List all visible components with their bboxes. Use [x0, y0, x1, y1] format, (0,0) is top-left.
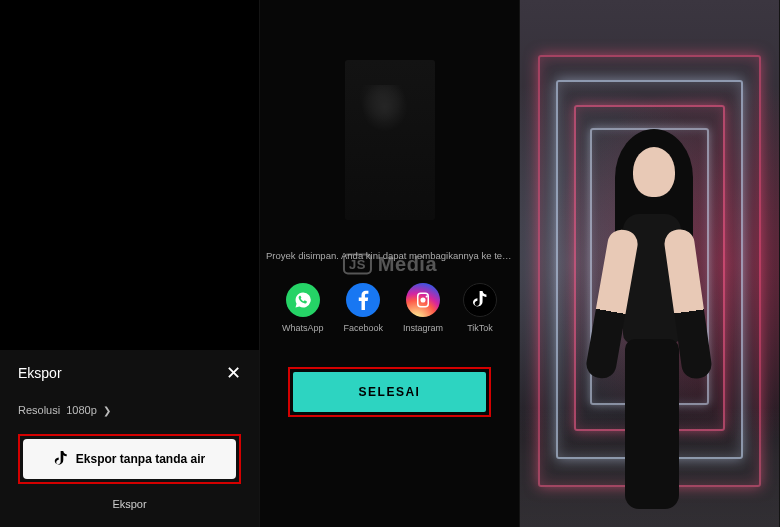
- export-button-label: Ekspor tanpa tanda air: [76, 452, 205, 466]
- export-without-watermark-button[interactable]: Ekspor tanpa tanda air: [23, 439, 236, 479]
- share-label: TikTok: [467, 323, 493, 333]
- share-tiktok[interactable]: TikTok: [463, 283, 497, 333]
- export-sheet: Ekspor ✕ Resolusi 1080p ❯ Ekspor tanpa t…: [0, 350, 259, 527]
- instagram-icon: [406, 283, 440, 317]
- subject-figure: [585, 89, 715, 509]
- facebook-icon: [346, 283, 380, 317]
- share-instagram[interactable]: Instagram: [403, 283, 443, 333]
- done-button-highlight: SELESAI: [288, 367, 491, 417]
- export-sheet-title: Ekspor: [18, 365, 62, 381]
- share-screen: Proyek disimpan. Anda kini dapat membagi…: [260, 0, 520, 527]
- whatsapp-icon: [286, 283, 320, 317]
- resolution-value: 1080p: [66, 404, 97, 416]
- editor-canvas-placeholder: [0, 0, 259, 350]
- share-facebook[interactable]: Facebook: [343, 283, 383, 333]
- resolution-label: Resolusi: [18, 404, 60, 416]
- project-thumbnail: [345, 60, 435, 220]
- done-button-container: SELESAI: [260, 367, 519, 417]
- close-icon[interactable]: ✕: [226, 364, 241, 382]
- share-whatsapp[interactable]: WhatsApp: [282, 283, 324, 333]
- share-label: WhatsApp: [282, 323, 324, 333]
- tiktok-icon: [463, 283, 497, 317]
- share-label: Instagram: [403, 323, 443, 333]
- done-button[interactable]: SELESAI: [293, 372, 486, 412]
- share-row: WhatsApp Facebook Instagram TikTok: [260, 283, 519, 333]
- share-label: Facebook: [343, 323, 383, 333]
- export-secondary-label[interactable]: Ekspor: [18, 498, 241, 510]
- thumbnail-silhouette: [360, 85, 415, 205]
- saved-status-text: Proyek disimpan. Anda kini dapat membagi…: [260, 250, 519, 261]
- export-sheet-screen: Ekspor ✕ Resolusi 1080p ❯ Ekspor tanpa t…: [0, 0, 260, 527]
- chevron-right-icon: ❯: [103, 405, 111, 416]
- done-button-label: SELESAI: [359, 385, 421, 399]
- export-button-highlight: Ekspor tanpa tanda air: [18, 434, 241, 484]
- resolution-row[interactable]: Resolusi 1080p ❯: [18, 404, 241, 416]
- result-preview: [520, 0, 780, 527]
- tiktok-icon: [54, 451, 68, 467]
- export-sheet-header: Ekspor ✕: [18, 364, 241, 382]
- result-image: [520, 0, 779, 527]
